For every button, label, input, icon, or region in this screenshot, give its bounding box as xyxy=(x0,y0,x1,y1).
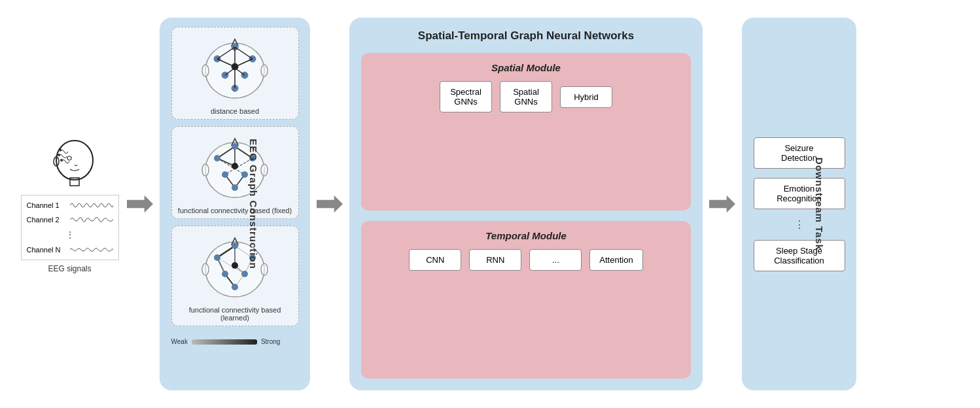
temporal-module-title: Temporal Module xyxy=(485,230,567,241)
distance-based-label: distance based xyxy=(211,107,259,115)
svg-marker-67 xyxy=(709,196,735,213)
functional-fixed-graph xyxy=(192,132,277,204)
graph-construction-box: distance based xyxy=(160,18,310,390)
svg-point-9 xyxy=(202,65,209,76)
arrow-1-icon xyxy=(127,194,153,214)
spatial-module-title: Spatial Module xyxy=(491,62,561,73)
distance-based-graph xyxy=(192,33,277,105)
functional-learned-graph xyxy=(192,231,277,303)
gradient-bar xyxy=(192,339,257,345)
spatial-module-box: Spatial Module SpectralGNNs SpatialGNNs … xyxy=(361,53,691,211)
functional-learned-label: functional connectivity based (learned) xyxy=(176,306,294,322)
arrow-3 xyxy=(709,194,735,214)
temporal-module-box: Temporal Module CNN RNN ... Attention xyxy=(361,221,691,379)
arrow-2 xyxy=(317,194,343,214)
svg-point-48 xyxy=(261,264,268,275)
channel-n-label: Channel N xyxy=(27,246,66,254)
svg-point-43 xyxy=(241,171,248,178)
sleep-stage-item: Sleep StageClassification xyxy=(754,240,845,271)
graph-construction-vertical-label: EEG Graph Construction xyxy=(249,139,260,269)
emotion-recognition-item: EmotionRecognition xyxy=(754,178,845,209)
spatial-module-items: SpectralGNNs SpatialGNNs Hybrid xyxy=(440,81,612,112)
stgnn-title: Spatial-Temporal Graph Neural Networks xyxy=(361,29,691,42)
hybrid-item: Hybrid xyxy=(560,86,612,108)
svg-marker-66 xyxy=(317,196,343,213)
svg-point-6 xyxy=(60,159,63,162)
rnn-item: RNN xyxy=(469,249,521,271)
channels-dots: ⋮ xyxy=(27,228,113,241)
gradient-bar-container: Weak Strong xyxy=(171,338,299,345)
attention-item: Attention xyxy=(589,249,642,271)
functional-learned-panel: functional connectivity based (learned) xyxy=(171,226,299,326)
svg-point-28 xyxy=(202,164,209,176)
channel-n-row: Channel N xyxy=(27,244,113,256)
temporal-dots-item: ... xyxy=(529,249,582,271)
svg-point-59 xyxy=(232,243,238,249)
eeg-signals-section: Channel 1 Channel 2 ⋮ Channel N EEG sign… xyxy=(19,135,120,273)
cnn-item: CNN xyxy=(409,249,461,271)
gradient-weak-label: Weak xyxy=(171,338,188,345)
downstream-box: SeizureDetection EmotionRecognition ⋮ Sl… xyxy=(742,18,856,390)
svg-point-63 xyxy=(241,271,248,277)
functional-fixed-label: functional connectivity based (fixed) xyxy=(178,207,292,214)
arrow-3-icon xyxy=(709,194,735,214)
channel-1-wave xyxy=(70,199,113,211)
svg-point-10 xyxy=(261,65,268,76)
svg-point-3 xyxy=(67,156,71,160)
svg-point-60 xyxy=(214,254,220,261)
channel-1-label: Channel 1 xyxy=(27,201,66,209)
svg-point-39 xyxy=(232,143,238,150)
svg-marker-7 xyxy=(127,196,153,213)
svg-point-5 xyxy=(58,154,60,156)
stgnn-box: Spatial-Temporal Graph Neural Networks S… xyxy=(349,18,703,390)
svg-point-62 xyxy=(222,271,228,277)
channel-2-label: Channel 2 xyxy=(27,216,66,224)
svg-point-29 xyxy=(261,164,268,176)
downstream-vertical-label: Downstream Task xyxy=(813,158,824,250)
spatial-gnns-item: SpatialGNNs xyxy=(500,81,552,112)
channel-n-wave xyxy=(70,244,113,256)
channel-1-row: Channel 1 xyxy=(27,199,113,211)
svg-point-64 xyxy=(232,284,238,290)
svg-point-47 xyxy=(202,264,209,275)
channel-2-wave xyxy=(70,214,113,226)
eeg-signals-label: EEG signals xyxy=(48,264,91,273)
arrow-2-icon xyxy=(317,194,343,214)
gradient-strong-label: Strong xyxy=(261,338,280,345)
downstream-dots: ⋮ xyxy=(794,218,805,231)
channel-2-row: Channel 2 xyxy=(27,214,113,226)
seizure-detection-item: SeizureDetection xyxy=(754,137,845,169)
spectral-gnns-item: SpectralGNNs xyxy=(440,81,492,112)
graph-panels: distance based xyxy=(171,27,299,345)
temporal-module-items: CNN RNN ... Attention xyxy=(409,249,642,271)
eeg-channels-box: Channel 1 Channel 2 ⋮ Channel N xyxy=(21,195,119,260)
svg-point-42 xyxy=(222,171,228,178)
main-container: Channel 1 Channel 2 ⋮ Channel N EEG sign… xyxy=(12,8,968,400)
functional-fixed-panel: functional connectivity based (fixed) xyxy=(171,126,299,219)
eeg-head-icon xyxy=(41,135,99,191)
arrow-1 xyxy=(127,194,153,214)
svg-point-40 xyxy=(214,155,220,162)
svg-point-44 xyxy=(232,184,238,191)
svg-point-4 xyxy=(59,148,61,151)
distance-based-panel: distance based xyxy=(171,27,299,120)
svg-point-65 xyxy=(232,262,238,269)
svg-point-45 xyxy=(232,163,238,169)
